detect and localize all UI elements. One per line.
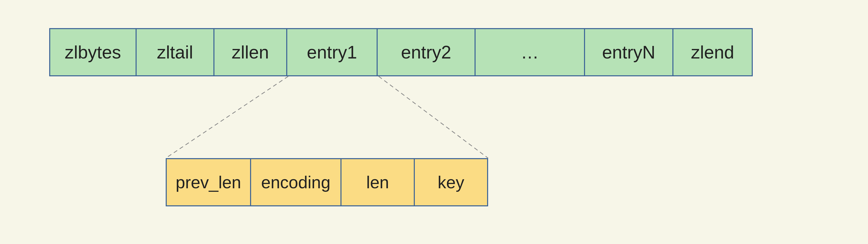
cell-zllen: zllen [213, 28, 287, 76]
entry-structure-row: prev_len encoding len key [166, 158, 488, 206]
cell-prev-len: prev_len [166, 158, 251, 206]
ziplist-structure-row: zlbytes zltail zllen entry1 entry2 … ent… [49, 28, 753, 76]
cell-ellipsis: … [474, 28, 585, 76]
expansion-connector [0, 76, 868, 158]
cell-entry1: entry1 [286, 28, 378, 76]
cell-len: len [340, 158, 415, 206]
cell-zlend: zlend [673, 28, 753, 76]
cell-entryn: entryN [584, 28, 674, 76]
cell-entry2: entry2 [377, 28, 475, 76]
cell-zlbytes: zlbytes [49, 28, 136, 76]
cell-zltail: zltail [135, 28, 214, 76]
svg-line-0 [166, 76, 288, 158]
cell-encoding: encoding [250, 158, 341, 206]
svg-line-1 [379, 76, 488, 158]
cell-key: key [414, 158, 488, 206]
